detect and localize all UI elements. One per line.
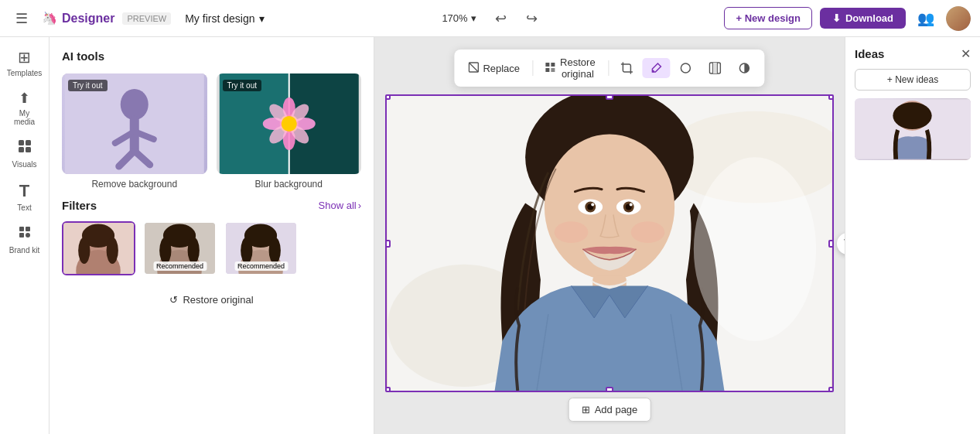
restore-icon: ↺ [169, 294, 178, 306]
svg-point-74 [591, 203, 594, 207]
filters-header: Filters Show all › [62, 199, 361, 212]
restore-original-label: Restore original [183, 294, 253, 306]
svg-point-44 [241, 238, 252, 264]
layers-button[interactable] [702, 58, 729, 78]
zoom-button[interactable]: 170% ▾ [435, 9, 482, 27]
ai-tools-grid: Try it out Remove background [62, 73, 361, 190]
sidebar-item-visuals[interactable]: Visuals [3, 134, 46, 173]
filters-title: Filters [62, 199, 97, 212]
crop-icon [621, 62, 633, 74]
svg-rect-4 [19, 227, 24, 231]
svg-rect-48 [546, 63, 550, 67]
filter-card-recommended-1[interactable]: Recommended [143, 221, 217, 275]
new-design-label: + New design [736, 12, 800, 24]
paint-brush-button[interactable] [643, 58, 671, 78]
sidebar-item-my-media-label: My media [9, 109, 40, 126]
blur-background-card[interactable]: Try it out Blur background [217, 73, 362, 190]
svg-point-77 [631, 221, 665, 243]
toolbar-divider-1 [532, 60, 533, 76]
blur-bg-try-badge: Try it out [223, 80, 262, 91]
svg-rect-2 [19, 147, 24, 152]
close-icon: ✕ [961, 47, 971, 60]
canvas-wrapper: ↻ [385, 94, 834, 392]
add-page-label: Add page [595, 404, 638, 415]
new-ideas-button[interactable]: + New ideas [855, 69, 971, 91]
download-button[interactable]: ⬇ Download [820, 8, 906, 29]
filter-card-original[interactable] [62, 221, 135, 275]
svg-point-45 [269, 238, 281, 264]
handle-top-left[interactable] [385, 94, 391, 100]
svg-rect-51 [551, 68, 555, 72]
sidebar-item-my-media[interactable]: ⬆ My media [3, 85, 46, 131]
undo-button[interactable]: ↩ [489, 6, 514, 31]
svg-point-53 [681, 63, 691, 73]
replace-label: Replace [483, 63, 520, 74]
sidebar-item-text[interactable]: T Text [3, 176, 46, 217]
sidebar-item-brand-kit[interactable]: Brand kit [3, 220, 46, 259]
svg-line-47 [469, 63, 478, 72]
topbar-right: + New design ⬇ Download 👥 [551, 6, 971, 31]
sidebar-item-templates[interactable]: ⊞ Templates [3, 43, 46, 82]
left-sidebar: ⊞ Templates ⬆ My media Visuals T Text [0, 37, 50, 434]
remove-bg-try-badge: Try it out [68, 80, 108, 91]
sidebar-item-visuals-label: Visuals [12, 160, 36, 169]
svg-point-75 [630, 203, 633, 207]
svg-point-32 [78, 238, 90, 264]
canvas-area[interactable]: Replace Restore original [374, 37, 845, 434]
handle-bottom-left[interactable] [385, 387, 391, 392]
design-name-text: My first design [185, 12, 254, 25]
remove-background-card[interactable]: Try it out Remove background [62, 73, 207, 190]
restore-original-toolbar-button[interactable]: Restore original [538, 53, 603, 84]
zoom-chevron-icon: ▾ [471, 12, 476, 24]
remove-bg-label: Remove background [62, 179, 207, 190]
paint-brush-icon [650, 62, 663, 74]
share-button[interactable]: 👥 [913, 6, 938, 31]
blur-bg-label: Blur background [217, 179, 362, 190]
svg-rect-50 [546, 68, 550, 72]
handle-bottom-middle[interactable] [606, 387, 613, 392]
svg-rect-55 [713, 63, 718, 73]
right-panel: Ideas ✕ + New ideas [845, 37, 980, 434]
blur-background-image: Try it out [217, 73, 362, 174]
canvas-frame[interactable] [385, 94, 834, 392]
redo-button[interactable]: ↪ [520, 6, 545, 31]
right-panel-close-button[interactable]: ✕ [961, 46, 971, 61]
redo-icon: ↪ [526, 10, 538, 27]
svg-point-33 [107, 238, 118, 264]
right-panel-header: Ideas ✕ [855, 46, 971, 61]
chevron-down-icon: ▾ [259, 12, 265, 25]
rotate-handle[interactable]: ↻ [837, 233, 845, 255]
layers-icon [709, 62, 722, 74]
svg-rect-5 [26, 227, 30, 231]
floating-toolbar: Replace Restore original [454, 50, 764, 87]
contrast-button[interactable] [731, 58, 759, 78]
new-design-button[interactable]: + New design [724, 7, 811, 29]
ellipse-button[interactable] [672, 58, 700, 78]
handle-top-right[interactable] [828, 94, 834, 100]
design-name-button[interactable]: My first design ▾ [179, 9, 271, 28]
filter-recommended-2-badge: Recommended [234, 261, 288, 271]
avatar[interactable] [946, 6, 971, 31]
sidebar-item-brand-kit-label: Brand kit [9, 246, 39, 255]
replace-button[interactable]: Replace [460, 58, 528, 79]
svg-point-84 [893, 102, 931, 129]
idea-thumbnail[interactable] [855, 98, 971, 160]
hamburger-button[interactable]: ☰ [9, 6, 34, 31]
handle-bottom-right[interactable] [828, 387, 834, 392]
show-all-label: Show all [319, 200, 357, 211]
filter-card-recommended-2[interactable]: Recommended [224, 221, 298, 275]
restore-original-button[interactable]: ↺ Restore original [62, 288, 361, 312]
crop-button[interactable] [613, 58, 641, 78]
preview-label: PREVIEW [122, 12, 171, 25]
text-icon: T [19, 181, 29, 201]
show-all-chevron: › [358, 200, 361, 211]
brand-kit-icon [17, 224, 32, 244]
handle-left-middle[interactable] [385, 240, 391, 248]
canvas-image [387, 96, 832, 391]
handle-right-middle[interactable] [828, 240, 834, 248]
handle-top-middle[interactable] [606, 94, 613, 100]
add-page-button[interactable]: ⊞ Add page [569, 398, 651, 422]
show-all-link[interactable]: Show all › [319, 200, 361, 211]
topbar: ☰ 🦄 Designer PREVIEW My first design ▾ 1… [0, 0, 980, 37]
logo-icon: 🦄 [42, 11, 57, 26]
